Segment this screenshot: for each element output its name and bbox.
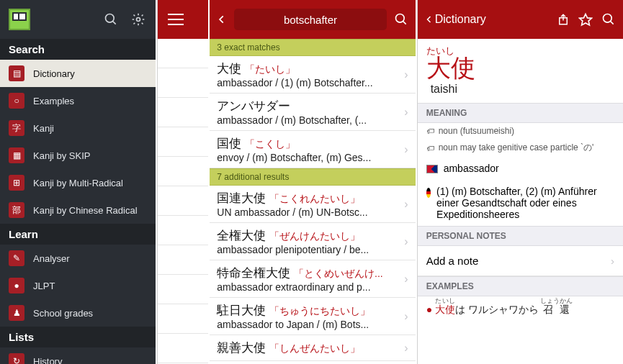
- sidebar-item-label: JLPT: [33, 281, 147, 291]
- share-icon[interactable]: [557, 12, 570, 27]
- back-label: Dictionary: [435, 13, 486, 26]
- result-kana: 「とくめいぜんけ...: [294, 268, 383, 279]
- result-headword: 特命全権大使: [217, 266, 290, 280]
- results-band-exact: 3 exact matches: [210, 39, 415, 56]
- result-row[interactable]: 駐日大使 「ちゅうにちたいし」ambassador to Japan / (m)…: [210, 298, 415, 335]
- svg-point-2: [136, 18, 140, 22]
- result-sub: envoy / (m) Botschafter, (m) Ges...: [217, 152, 400, 163]
- result-sub: ambassador extraordinary and p...: [217, 281, 400, 293]
- result-row[interactable]: アンバサダー ambassador / (m) Botschafter, (..…: [210, 94, 415, 131]
- definition-row: ambassador: [418, 157, 623, 180]
- chevron-right-icon: ›: [400, 342, 408, 355]
- chevron-right-icon: ›: [400, 198, 408, 211]
- sidebar-item-dictionary[interactable]: ▤Dictionary: [0, 60, 156, 87]
- hamburger-icon[interactable]: [168, 14, 184, 25]
- chevron-right-icon: ›: [400, 106, 408, 119]
- result-headword: 全権大使: [217, 229, 266, 242]
- qr-icon[interactable]: [9, 9, 30, 30]
- section-header-lists: Lists: [0, 327, 156, 347]
- pos-tag: noun may take genitive case particle `の': [418, 139, 623, 157]
- skip-icon: ▦: [9, 147, 24, 163]
- result-kana: 「しんぜんたいし」: [269, 342, 360, 354]
- result-headword: 国使: [217, 137, 241, 150]
- sidebar-item-history[interactable]: ↻History: [0, 347, 156, 364]
- sidebar-item-label: Kanji by Multi-Radical: [33, 178, 147, 188]
- search-icon[interactable]: [104, 12, 118, 27]
- entry-headword: 大使: [426, 55, 614, 81]
- dictionary-icon: ▤: [9, 65, 24, 81]
- definition-text: (1) (m) Botschafter, (2) (m) Anführer ei…: [436, 186, 614, 220]
- result-row[interactable]: 親善大使 「しんぜんたいし」›: [210, 335, 415, 361]
- sidebar-item-label: History: [33, 356, 147, 365]
- back-button[interactable]: Dictionary: [425, 12, 486, 27]
- result-row[interactable]: 全権大使 「ぜんけんたいし」ambassador plenipotentiary…: [210, 223, 415, 260]
- sidebar-item-label: Kanji: [33, 123, 147, 134]
- star-icon[interactable]: [578, 12, 593, 27]
- section-header-meaning: MEANING: [418, 103, 623, 123]
- result-sub: ambassador to Japan / (m) Bots...: [217, 319, 400, 330]
- result-headword: 親善大使: [217, 341, 266, 355]
- flag-uk-icon: [426, 165, 438, 173]
- section-header-notes: PERSONAL NOTES: [418, 226, 623, 246]
- result-headword: 国連大使: [217, 191, 266, 205]
- history-icon: ↻: [9, 353, 24, 364]
- result-sub: ambassador / (m) Botschafter, (...: [217, 114, 400, 126]
- svg-line-4: [403, 22, 405, 24]
- result-row[interactable]: 大使 「たいし」ambassador / (1) (m) Botschafter…: [210, 56, 415, 94]
- sidebar-item-kanji-multiradical[interactable]: ⊞Kanji by Multi-Radical: [0, 169, 156, 196]
- svg-line-1: [112, 22, 115, 24]
- search-input[interactable]: botschafter: [234, 9, 386, 30]
- search-icon[interactable]: [394, 12, 408, 27]
- analyser-icon: ✎: [9, 250, 24, 266]
- example-text: は ワルシャワから: [455, 304, 539, 315]
- chevron-right-icon: ›: [400, 273, 408, 286]
- sidebar-item-analyser[interactable]: ✎Analyser: [0, 245, 156, 272]
- schoolgrades-icon: ♟: [9, 305, 24, 321]
- section-header-search: Search: [0, 39, 156, 60]
- sidebar-item-label: Examples: [33, 96, 147, 106]
- result-kana: 「ちゅうにちたいし」: [269, 305, 370, 317]
- search-icon[interactable]: [601, 12, 616, 27]
- svg-point-0: [105, 14, 114, 23]
- result-kana: 「こくれんたいし」: [269, 193, 360, 204]
- result-kana: 「たいし」: [245, 63, 295, 75]
- result-headword: アンバサダー: [217, 99, 290, 113]
- result-row[interactable]: 国連大使 「こくれんたいし」UN ambassador / (m) UN-Bot…: [210, 186, 415, 223]
- result-row[interactable]: 特命全権大使 「とくめいぜんけ...ambassador extraordina…: [210, 260, 415, 298]
- sidebar-item-label: Dictionary: [33, 68, 147, 79]
- example-sentence[interactable]: ● 大使たいしは ワルシャワから 召還しょうかん: [418, 296, 623, 324]
- sidebar-item-jlpt[interactable]: ●JLPT: [0, 272, 156, 299]
- example-word: 大使: [435, 304, 455, 315]
- jlpt-icon: ●: [9, 278, 24, 294]
- result-kana: 「こくし」: [245, 138, 295, 150]
- sidebar-item-examples[interactable]: ○Examples: [0, 87, 156, 114]
- search-query: botschafter: [284, 14, 337, 26]
- example-word: 召還: [540, 304, 573, 315]
- svg-marker-7: [580, 14, 592, 25]
- svg-point-3: [395, 14, 404, 23]
- pos-tag: noun (futsuumeishi): [418, 123, 623, 139]
- gear-icon[interactable]: [131, 12, 145, 27]
- kanji-icon: 字: [9, 120, 24, 136]
- results-band-more: 7 additional results: [210, 168, 415, 186]
- add-note-button[interactable]: Add a note›: [418, 246, 623, 276]
- sidebar-item-label: Kanji by SKIP: [33, 150, 147, 161]
- sidebar-item-label: School grades: [33, 308, 147, 319]
- result-sub: UN ambassador / (m) UN-Botsc...: [217, 206, 400, 218]
- definition-text: ambassador: [444, 163, 499, 174]
- sidebar-item-kanji-chineseradical[interactable]: 部Kanji by Chinese Radical: [0, 196, 156, 224]
- sidebar-item-kanji[interactable]: 字Kanji: [0, 114, 156, 142]
- examples-icon: ○: [9, 93, 24, 109]
- chineseradical-icon: 部: [9, 202, 24, 218]
- result-sub: ambassador plenipotentiary / be...: [217, 244, 400, 255]
- result-kana: 「ぜんけんたいし」: [269, 230, 360, 242]
- chevron-left-icon[interactable]: [217, 12, 227, 27]
- section-header-examples: EXAMPLES: [418, 276, 623, 296]
- result-row[interactable]: 国使 「こくし」envoy / (m) Botschafter, (m) Ges…: [210, 131, 415, 168]
- sidebar-item-schoolgrades[interactable]: ♟School grades: [0, 299, 156, 327]
- flag-de-icon: [426, 188, 431, 198]
- result-headword: 駐日大使: [217, 304, 266, 317]
- sidebar-item-kanji-skip[interactable]: ▦Kanji by SKIP: [0, 142, 156, 169]
- chevron-right-icon: ›: [400, 235, 408, 248]
- definition-row: (1) (m) Botschafter, (2) (m) Anführer ei…: [418, 180, 623, 226]
